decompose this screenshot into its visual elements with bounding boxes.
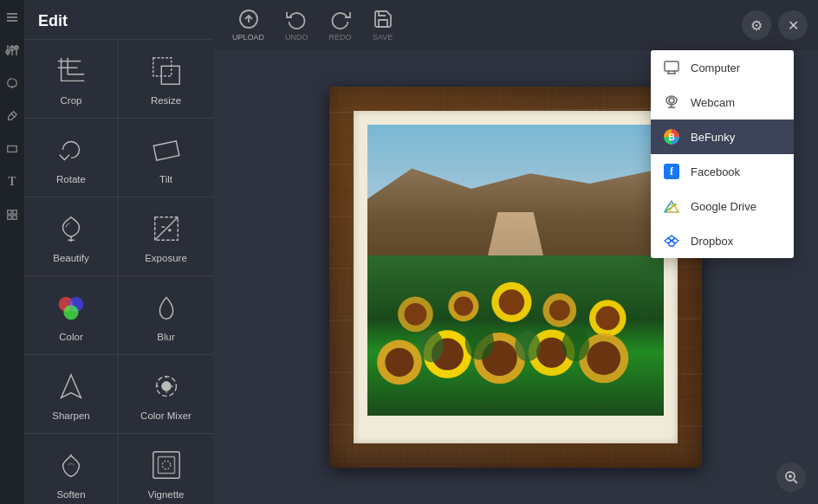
color-mixer-label: Color Mixer — [140, 410, 192, 421]
rectangle-icon[interactable] — [3, 140, 21, 158]
dropdown-item-befunky[interactable]: B BeFunky — [651, 120, 794, 154]
webcam-label: Webcam — [691, 96, 735, 109]
tool-panel: Edit Crop Resize Rotate — [24, 0, 213, 504]
crop-icon — [52, 52, 90, 90]
google-drive-label: Google Drive — [691, 200, 756, 213]
color-mixer-icon — [147, 367, 185, 405]
sliders-icon[interactable] — [3, 42, 21, 59]
settings-button[interactable]: ⚙ — [742, 10, 771, 40]
svg-marker-71 — [668, 236, 675, 241]
tilt-label: Tilt — [159, 174, 172, 184]
upload-dropdown: Computer Webcam B BeFunky f F — [651, 50, 794, 258]
svg-marker-31 — [62, 375, 81, 398]
svg-marker-73 — [672, 238, 678, 243]
rotate-icon — [52, 131, 90, 169]
undo-label: UNDO — [285, 33, 308, 42]
resize-label: Resize — [151, 95, 181, 106]
google-drive-icon — [663, 197, 680, 215]
text-icon[interactable]: T — [3, 173, 21, 191]
save-label: SAVE — [373, 33, 393, 42]
dropdown-item-webcam[interactable]: Webcam — [651, 85, 794, 120]
color-label: Color — [59, 332, 82, 342]
redo-label: REDO — [329, 33, 352, 42]
tool-item-vignette[interactable]: Vignette — [119, 434, 213, 504]
tool-item-tilt[interactable]: Tilt — [119, 119, 213, 197]
befunky-label: BeFunky — [691, 131, 735, 144]
photo-image — [367, 125, 664, 416]
soften-label: Soften — [56, 489, 85, 500]
tool-item-crop[interactable]: Crop — [24, 40, 119, 119]
save-button[interactable]: SAVE — [364, 3, 402, 47]
svg-rect-37 — [158, 457, 174, 474]
upload-button[interactable]: UPLOAD — [224, 3, 273, 47]
tool-item-rotate[interactable]: Rotate — [24, 119, 119, 197]
dropbox-label: Dropbox — [691, 235, 733, 248]
exposure-icon — [147, 210, 185, 248]
tool-item-color[interactable]: Color — [24, 276, 119, 355]
svg-rect-18 — [153, 58, 171, 76]
exposure-label: Exposure — [145, 253, 187, 263]
svg-line-10 — [10, 113, 15, 118]
tool-item-sharpen[interactable]: Sharpen — [24, 355, 119, 434]
rotate-label: Rotate — [56, 174, 86, 184]
tool-item-blur[interactable]: Blur — [119, 276, 213, 355]
tool-item-beautify[interactable]: Beautify — [24, 197, 119, 276]
tilt-icon — [147, 131, 185, 169]
svg-rect-11 — [8, 146, 17, 152]
vignette-icon — [147, 446, 185, 484]
scene-flowers — [367, 255, 664, 416]
redo-button[interactable]: REDO — [321, 3, 360, 47]
grid-icon[interactable] — [3, 206, 21, 223]
top-right-buttons: ⚙ ✕ — [742, 10, 808, 40]
svg-rect-15 — [13, 216, 16, 219]
vignette-label: Vignette — [148, 489, 185, 500]
svg-point-65 — [669, 98, 674, 103]
svg-rect-60 — [665, 61, 678, 71]
tool-item-color-mixer[interactable]: Color Mixer — [119, 355, 213, 434]
close-button[interactable]: ✕ — [778, 10, 808, 40]
svg-rect-13 — [13, 210, 16, 214]
lasso-icon[interactable] — [3, 74, 21, 92]
tool-item-resize[interactable]: Resize — [119, 40, 213, 119]
dropdown-item-facebook[interactable]: f Facebook — [651, 154, 794, 189]
svg-point-38 — [162, 461, 171, 469]
sidebar-icon-strip: T — [0, 0, 24, 504]
dropdown-item-google-drive[interactable]: Google Drive — [651, 189, 794, 223]
computer-label: Computer — [691, 61, 740, 74]
beautify-icon — [52, 210, 90, 248]
sharpen-icon — [52, 367, 90, 405]
svg-line-123 — [794, 480, 797, 483]
color-icon — [52, 288, 90, 326]
svg-rect-20 — [153, 141, 179, 160]
tool-grid: Crop Resize Rotate Tilt — [24, 40, 213, 504]
facebook-label: Facebook — [691, 165, 740, 178]
soften-icon — [52, 446, 90, 484]
crop-label: Crop — [61, 95, 82, 106]
tool-item-exposure[interactable]: Exposure — [119, 197, 213, 276]
canvas-area: UPLOAD UNDO REDO SAVE — [213, 0, 818, 504]
webcam-icon — [663, 94, 680, 111]
befunky-icon: B — [663, 128, 680, 145]
dropbox-icon — [663, 232, 680, 249]
blur-label: Blur — [157, 332, 174, 342]
menu-icon[interactable] — [3, 9, 21, 26]
undo-button[interactable]: UNDO — [276, 3, 317, 47]
svg-marker-74 — [668, 241, 675, 246]
svg-line-24 — [154, 217, 178, 241]
facebook-icon: f — [663, 163, 680, 180]
photo-frame — [329, 87, 702, 468]
svg-rect-36 — [153, 452, 179, 478]
zoom-button[interactable] — [776, 462, 806, 492]
panel-title: Edit — [24, 0, 213, 40]
computer-icon — [663, 59, 680, 76]
dropdown-item-computer[interactable]: Computer — [651, 50, 794, 85]
upload-label: UPLOAD — [232, 33, 264, 42]
dropper-icon[interactable] — [3, 107, 21, 125]
frame-inner — [354, 111, 678, 443]
dropdown-item-dropbox[interactable]: Dropbox — [651, 223, 794, 258]
svg-rect-12 — [8, 210, 11, 214]
frame-outer — [329, 87, 702, 468]
blur-icon — [147, 288, 185, 326]
tool-item-soften[interactable]: Soften — [24, 434, 119, 504]
svg-marker-72 — [665, 238, 672, 243]
